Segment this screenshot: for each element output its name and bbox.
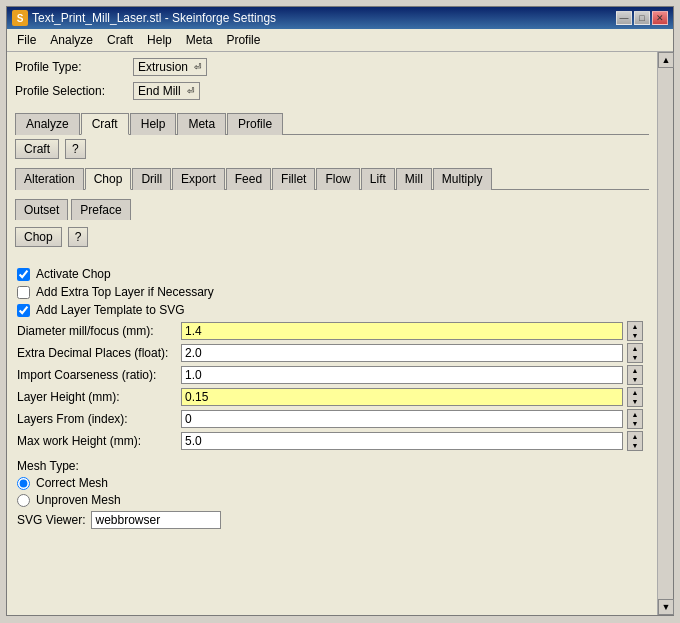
craft-tabs: Alteration Chop Drill Export Feed Fillet… bbox=[15, 167, 649, 190]
profile-type-row: Profile Type: Extrusion ⏎ bbox=[15, 58, 649, 76]
tab-flow[interactable]: Flow bbox=[316, 168, 359, 190]
extra-top-layer-label: Add Extra Top Layer if Necessary bbox=[36, 285, 214, 299]
scroll-up-button[interactable]: ▲ bbox=[658, 52, 674, 68]
main-tabs: Analyze Craft Help Meta Profile bbox=[15, 112, 649, 135]
layer-height-input[interactable] bbox=[181, 388, 623, 406]
chop-controls-row: Chop ? bbox=[15, 227, 649, 247]
tab-export[interactable]: Export bbox=[172, 168, 225, 190]
svg-viewer-row: SVG Viewer: bbox=[17, 511, 647, 529]
minimize-button[interactable]: — bbox=[616, 11, 632, 25]
scroll-track[interactable] bbox=[658, 68, 673, 599]
activate-chop-checkbox[interactable] bbox=[17, 268, 30, 281]
menu-profile[interactable]: Profile bbox=[220, 31, 266, 49]
max-height-label: Max work Height (mm): bbox=[17, 434, 177, 448]
menu-help[interactable]: Help bbox=[141, 31, 178, 49]
layers-from-up[interactable]: ▲ bbox=[628, 410, 642, 419]
profile-type-value: Extrusion bbox=[138, 60, 188, 74]
checkbox-add-layer-template: Add Layer Template to SVG bbox=[17, 303, 647, 317]
craft-sub-row: Craft ? bbox=[15, 139, 649, 159]
tab-lift[interactable]: Lift bbox=[361, 168, 395, 190]
profile-selection-row: Profile Selection: End Mill ⏎ bbox=[15, 82, 649, 100]
tab-craft[interactable]: Craft bbox=[81, 113, 129, 135]
diameter-down[interactable]: ▼ bbox=[628, 331, 642, 340]
checkbox-extra-top-layer: Add Extra Top Layer if Necessary bbox=[17, 285, 647, 299]
max-height-up[interactable]: ▲ bbox=[628, 432, 642, 441]
profile-selection-label: Profile Selection: bbox=[15, 84, 125, 98]
decimal-down[interactable]: ▼ bbox=[628, 353, 642, 362]
scroll-down-button[interactable]: ▼ bbox=[658, 599, 674, 615]
coarseness-down[interactable]: ▼ bbox=[628, 375, 642, 384]
chevron-down-icon2: ⏎ bbox=[187, 86, 195, 96]
svg-viewer-label: SVG Viewer: bbox=[17, 513, 85, 527]
svg-viewer-input[interactable] bbox=[91, 511, 221, 529]
chop-help-button[interactable]: ? bbox=[68, 227, 89, 247]
close-button[interactable]: ✕ bbox=[652, 11, 668, 25]
correct-mesh-row: Correct Mesh bbox=[17, 476, 647, 490]
layer-height-spinner[interactable]: ▲ ▼ bbox=[627, 387, 643, 407]
decimal-spinner[interactable]: ▲ ▼ bbox=[627, 343, 643, 363]
coarseness-up[interactable]: ▲ bbox=[628, 366, 642, 375]
decimal-label: Extra Decimal Places (float): bbox=[17, 346, 177, 360]
craft-help-button[interactable]: ? bbox=[65, 139, 86, 159]
diameter-label: Diameter mill/focus (mm): bbox=[17, 324, 177, 338]
chop-button[interactable]: Chop bbox=[15, 227, 62, 247]
craft-button[interactable]: Craft bbox=[15, 139, 59, 159]
add-layer-template-label: Add Layer Template to SVG bbox=[36, 303, 185, 317]
profile-selection-dropdown[interactable]: End Mill ⏎ bbox=[133, 82, 200, 100]
layers-from-down[interactable]: ▼ bbox=[628, 419, 642, 428]
menu-file[interactable]: File bbox=[11, 31, 42, 49]
tab-drill[interactable]: Drill bbox=[132, 168, 171, 190]
tab-chop[interactable]: Chop bbox=[85, 168, 132, 190]
mesh-section: Mesh Type: Correct Mesh Unproven Mesh bbox=[17, 459, 647, 507]
diameter-input[interactable] bbox=[181, 322, 623, 340]
add-layer-template-checkbox[interactable] bbox=[17, 304, 30, 317]
menu-meta[interactable]: Meta bbox=[180, 31, 219, 49]
decimal-input[interactable] bbox=[181, 344, 623, 362]
layers-from-input[interactable] bbox=[181, 410, 623, 428]
menu-analyze[interactable]: Analyze bbox=[44, 31, 99, 49]
decimal-up[interactable]: ▲ bbox=[628, 344, 642, 353]
menu-craft[interactable]: Craft bbox=[101, 31, 139, 49]
max-height-down[interactable]: ▼ bbox=[628, 441, 642, 450]
max-height-input[interactable] bbox=[181, 432, 623, 450]
extra-top-layer-checkbox[interactable] bbox=[17, 286, 30, 299]
checkbox-activate-chop: Activate Chop bbox=[17, 267, 647, 281]
main-layout: Profile Type: Extrusion ⏎ Profile Select… bbox=[7, 52, 673, 615]
profile-type-label: Profile Type: bbox=[15, 60, 125, 74]
unproven-mesh-radio[interactable] bbox=[17, 494, 30, 507]
diameter-up[interactable]: ▲ bbox=[628, 322, 642, 331]
profile-type-dropdown[interactable]: Extrusion ⏎ bbox=[133, 58, 207, 76]
tab-outset[interactable]: Outset bbox=[15, 199, 68, 220]
app-icon: S bbox=[12, 10, 28, 26]
right-scrollbar: ▲ ▼ bbox=[657, 52, 673, 615]
coarseness-input[interactable] bbox=[181, 366, 623, 384]
tab-feed[interactable]: Feed bbox=[226, 168, 271, 190]
layers-from-label: Layers From (index): bbox=[17, 412, 177, 426]
chevron-down-icon: ⏎ bbox=[194, 62, 202, 72]
tab-mill[interactable]: Mill bbox=[396, 168, 432, 190]
tab-meta[interactable]: Meta bbox=[177, 113, 226, 135]
layer-height-down[interactable]: ▼ bbox=[628, 397, 642, 406]
layer-height-label: Layer Height (mm): bbox=[17, 390, 177, 404]
layers-from-spinner[interactable]: ▲ ▼ bbox=[627, 409, 643, 429]
tab-multiply[interactable]: Multiply bbox=[433, 168, 492, 190]
correct-mesh-label: Correct Mesh bbox=[36, 476, 108, 490]
mesh-type-label: Mesh Type: bbox=[17, 459, 79, 473]
tab-analyze[interactable]: Analyze bbox=[15, 113, 80, 135]
tab-profile[interactable]: Profile bbox=[227, 113, 283, 135]
correct-mesh-radio[interactable] bbox=[17, 477, 30, 490]
tab-help[interactable]: Help bbox=[130, 113, 177, 135]
activate-chop-label: Activate Chop bbox=[36, 267, 111, 281]
maximize-button[interactable]: □ bbox=[634, 11, 650, 25]
menubar: File Analyze Craft Help Meta Profile bbox=[7, 29, 673, 52]
tab-fillet[interactable]: Fillet bbox=[272, 168, 315, 190]
tab-alteration[interactable]: Alteration bbox=[15, 168, 84, 190]
coarseness-spinner[interactable]: ▲ ▼ bbox=[627, 365, 643, 385]
unproven-mesh-row: Unproven Mesh bbox=[17, 493, 647, 507]
layer-height-up[interactable]: ▲ bbox=[628, 388, 642, 397]
panel-content: Activate Chop Add Extra Top Layer if Nec… bbox=[15, 259, 649, 609]
diameter-spinner[interactable]: ▲ ▼ bbox=[627, 321, 643, 341]
unproven-mesh-label: Unproven Mesh bbox=[36, 493, 121, 507]
max-height-spinner[interactable]: ▲ ▼ bbox=[627, 431, 643, 451]
tab-preface[interactable]: Preface bbox=[71, 199, 130, 220]
